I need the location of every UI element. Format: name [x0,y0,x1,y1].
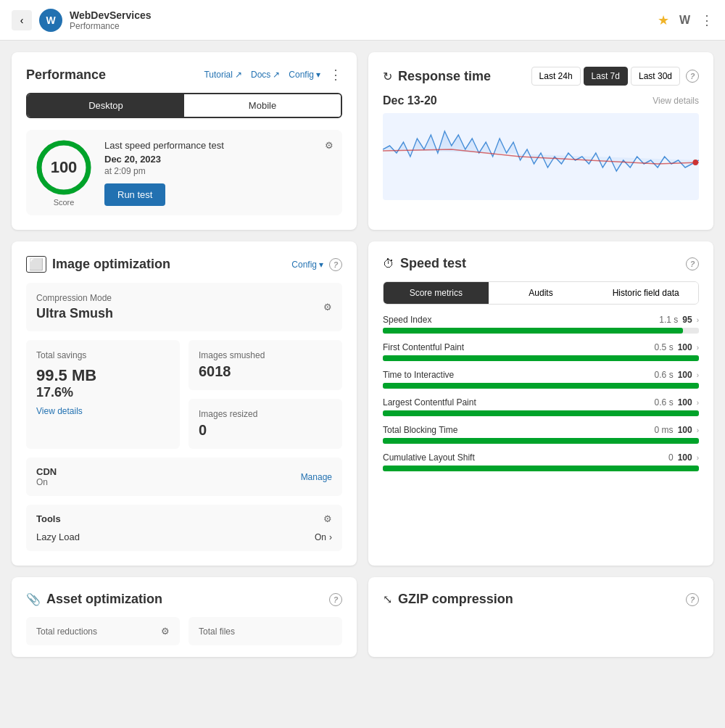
last-24h-tab[interactable]: Last 24h [531,67,581,86]
metric-row-tbt: Total Blocking Time 0 ms 100 › [383,425,699,444]
metric-header-tti: Time to Interactive 0.6 s 100 › [383,370,699,380]
total-reductions-gear-icon[interactable]: ⚙ [161,626,170,637]
tutorial-link[interactable]: Tutorial ↗ [204,70,242,80]
metric-chevron-speed-index[interactable]: › [697,316,699,324]
tools-label: Tools [36,513,61,524]
score-metrics-tab[interactable]: Score metrics [384,282,489,304]
metric-bar-bg-speed-index [383,328,699,334]
metric-time-cls: 0 [668,452,674,463]
image-opt-help-icon[interactable]: ? [329,258,342,271]
audits-tab[interactable]: Audits [489,282,594,304]
desktop-tab[interactable]: Desktop [28,94,184,117]
metric-score-tti: 100 [678,370,692,380]
metric-bar-tti [383,383,699,389]
metric-bar-bg-cls [383,466,699,471]
more-options-icon[interactable]: ⋮ [700,12,713,28]
performance-dots-icon[interactable]: ⋮ [329,67,342,83]
speed-test-card: ⏱ Speed test ? Score metrics Audits Hist… [368,241,713,566]
gzip-icon: ⤡ [383,592,392,606]
compression-gear-icon[interactable]: ⚙ [323,302,332,313]
historic-field-data-tab[interactable]: Historic field data [593,282,698,304]
speedometer-icon: ⏱ [383,257,394,270]
metric-header-speed-index: Speed Index 1.1 s 95 › [383,315,699,325]
image-opt-title: Image optimization [52,257,170,272]
metric-right-tti: 0.6 s 100 › [655,370,699,380]
total-files-box: Total files [188,617,342,645]
stats-row: Total savings 99.5 MB 17.6% View details… [26,340,342,449]
lazy-load-value[interactable]: On › [315,532,332,542]
asset-opt-help-icon[interactable]: ? [329,593,342,606]
metric-right-fcp: 0.5 s 100 › [655,342,699,352]
score-circle: 100 [35,138,93,197]
speed-test-help-icon[interactable]: ? [686,257,699,270]
images-smushed-box: Images smushed 6018 [188,340,342,390]
metric-bar-bg-lcp [383,410,699,416]
topbar: ‹ W WebDevServices Performance ★ W ⋮ [0,0,725,41]
docs-link[interactable]: Docs ↗ [251,70,280,80]
image-optimization-card: ⬜ Image optimization Config ▾ ? Compress… [12,241,357,566]
speed-test-tabs: Score metrics Audits Historic field data [383,281,699,305]
cdn-manage-link[interactable]: Manage [301,472,332,482]
metric-row-cls: Cumulative Layout Shift 0 100 › [383,452,699,471]
metric-chevron-tti[interactable]: › [697,371,699,379]
last-30d-tab[interactable]: Last 30d [631,67,680,86]
view-details-link[interactable]: View details [36,406,170,416]
total-savings-mb: 99.5 MB [36,366,170,385]
wordpress-icon[interactable]: W [679,14,690,27]
metric-row-fcp: First Contentful Paint 0.5 s 100 › [383,342,699,361]
avatar: W [39,9,62,32]
image-config-link[interactable]: Config ▾ [291,260,323,270]
run-test-button[interactable]: Run test [104,183,165,206]
metric-chevron-tbt[interactable]: › [697,426,699,434]
metric-score-fcp: 100 [678,342,692,352]
chevron-down-icon: ▾ [316,70,320,80]
metric-chevron-lcp[interactable]: › [697,399,699,407]
view-details-link[interactable]: View details [652,96,699,106]
performance-actions: Tutorial ↗ Docs ↗ Config ▾ ⋮ [204,67,342,83]
main-content: Performance Tutorial ↗ Docs ↗ Config ▾ ⋮… [0,41,725,669]
metric-name-cls: Cumulative Layout Shift [383,452,475,463]
metric-bar-tbt [383,438,699,444]
metric-score-cls: 100 [678,452,692,463]
metric-chevron-cls[interactable]: › [697,454,699,462]
site-name: WebDevServices [70,9,152,21]
images-resized-value: 0 [199,422,332,439]
star-icon[interactable]: ★ [658,12,669,28]
compression-value: Ultra Smush [36,306,113,321]
metric-score-tbt: 100 [678,425,692,435]
svg-point-2 [692,160,698,165]
tools-header: Tools ⚙ [36,513,332,524]
score-label: Score [54,198,75,207]
response-time-help-icon[interactable]: ? [686,70,699,83]
metric-bar-fcp [383,355,699,361]
cdn-info: CDN On [36,466,57,487]
compression-box: Compression Mode Ultra Smush ⚙ [26,283,342,331]
images-resized-box: Images resized 0 [188,399,342,449]
metric-row-lcp: Largest Contentful Paint 0.6 s 100 › [383,397,699,416]
total-savings-label: Total savings [36,350,86,360]
metric-header-fcp: First Contentful Paint 0.5 s 100 › [383,342,699,352]
speed-test-title: Speed test [400,256,466,271]
metric-score-lcp: 100 [678,397,692,408]
last-7d-tab[interactable]: Last 7d [584,67,628,86]
topbar-right: ★ W ⋮ [658,12,713,28]
asset-opt-title-row: 📎 Asset optimization [26,592,162,607]
config-link[interactable]: Config ▾ [289,70,320,80]
mobile-tab[interactable]: Mobile [184,94,341,117]
tools-gear-icon[interactable]: ⚙ [323,513,332,524]
compression-label: Compression Mode [36,293,113,303]
score-section: 100 Score Last speed performance test ⚙ … [26,130,342,215]
image-opt-actions: Config ▾ ? [291,258,342,271]
metric-score-speed-index: 95 [682,315,692,325]
lazy-load-chevron-icon: › [329,532,332,542]
image-opt-header: ⬜ Image optimization Config ▾ ? [26,256,342,273]
gzip-help-icon[interactable]: ? [686,593,699,606]
last-test-date: Dec 20, 2023 [104,154,334,165]
performance-header: Performance Tutorial ↗ Docs ↗ Config ▾ ⋮ [26,67,342,83]
metric-bar-bg-tbt [383,438,699,444]
back-button[interactable]: ‹ [12,10,32,30]
metric-chevron-fcp[interactable]: › [697,344,699,352]
gear-icon[interactable]: ⚙ [325,140,334,151]
response-time-card: ↻ Response time Last 24h Last 7d Last 30… [368,52,713,230]
metric-time-fcp: 0.5 s [655,342,674,352]
